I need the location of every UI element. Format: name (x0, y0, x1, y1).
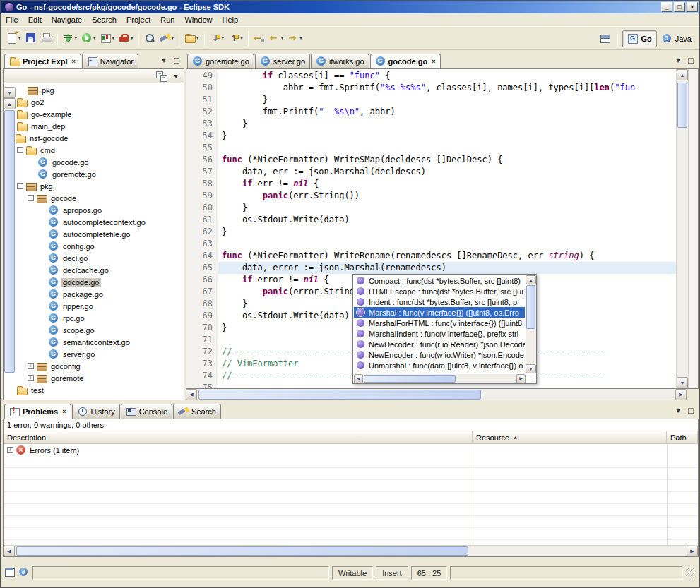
autocomplete-vertical-scrollbar[interactable]: ▲ ▼ (526, 275, 536, 373)
scroll-down-icon[interactable]: ▼ (4, 87, 16, 98)
line-number[interactable]: 74 (186, 370, 213, 382)
collapse-icon[interactable]: − (17, 147, 23, 153)
tree-item-scope-go[interactable]: scope.go (4, 324, 172, 336)
completion-item-marshalforhtml[interactable]: MarshalForHTML : func(v interface{}) ([]… (354, 318, 525, 328)
tree-item-pkg[interactable]: −pkg (4, 180, 172, 192)
completion-item-marshal[interactable]: Marshal : func(v interface{}) ([]uint8, … (354, 307, 525, 318)
menu-help[interactable]: Help (218, 13, 244, 26)
maximize-view-button[interactable]: □ (685, 406, 696, 416)
scroll-right-icon[interactable]: ▶ (687, 546, 698, 556)
scroll-left-icon[interactable]: ◀ (4, 546, 15, 556)
editor-tab-gocode-go[interactable]: gocode.go× (370, 54, 441, 68)
tree-item-nsf-gocode[interactable]: −nsf-gocode (4, 132, 172, 144)
close-button[interactable]: × (687, 2, 698, 12)
code-line-58[interactable]: if err != nil { (218, 178, 676, 190)
scroll-thumb[interactable] (16, 546, 468, 556)
expand-icon[interactable]: + (28, 363, 34, 369)
tree-item-cmd[interactable]: −cmd (4, 144, 172, 156)
collapse-all-button[interactable] (156, 71, 167, 82)
menu-window[interactable]: Window (179, 13, 217, 26)
scroll-thumb[interactable] (4, 110, 15, 373)
minimize-view-button[interactable]: ▾ (672, 56, 684, 66)
previous-annotation-button[interactable]: ▾ (226, 30, 245, 47)
scroll-up-icon[interactable]: ▲ (677, 69, 688, 80)
tree-item-semanticcontext-go[interactable]: semanticcontext.go (4, 336, 172, 348)
line-number[interactable]: 64 (186, 250, 213, 262)
tree-item-declcache-go[interactable]: declcache.go (4, 264, 172, 276)
code-line-51[interactable]: } (218, 94, 676, 106)
open-perspective-button[interactable] (598, 30, 613, 47)
tree-item-gocode-go[interactable]: gocode.go (4, 276, 172, 288)
code-line-65[interactable]: data, error := json.Marshal(renamedescs) (218, 262, 676, 274)
code-line-60[interactable]: } (218, 202, 676, 214)
minimize-button[interactable]: _ (661, 2, 672, 12)
line-number[interactable]: 55 (186, 142, 213, 154)
code-line-54[interactable]: } (218, 130, 676, 142)
new-wizard-button[interactable]: ▾ (4, 30, 23, 47)
line-number[interactable]: 51 (186, 94, 213, 106)
dropdown-arrow-icon[interactable]: ▾ (131, 35, 134, 41)
editor-tab-server-go[interactable]: server.go (255, 54, 310, 68)
overview-ruler[interactable] (688, 69, 698, 388)
line-number[interactable]: 63 (186, 238, 213, 250)
view-tab-search[interactable]: Search (173, 404, 221, 419)
autocomplete-horizontal-scrollbar[interactable]: ◀ ▶ (354, 374, 526, 383)
column-header-description[interactable]: Description (4, 431, 473, 443)
tree-item-ripper-go[interactable]: ripper.go (4, 300, 172, 312)
tree-item-server-go[interactable]: server.go (4, 348, 172, 360)
dropdown-arrow-icon[interactable]: ▾ (112, 35, 115, 41)
explorer-tab-project-expl[interactable]: Project Expl× (4, 54, 81, 68)
scroll-right-icon[interactable]: ▶ (675, 389, 687, 400)
perspective-go-button[interactable]: Go (622, 30, 656, 47)
line-number[interactable]: 57 (186, 166, 213, 178)
dropdown-arrow-icon[interactable]: ▾ (240, 35, 243, 41)
code-line-50[interactable]: abbr = fmt.Sprintf("%s %s%s", classes[i]… (218, 82, 676, 94)
scroll-up-icon[interactable]: ▲ (526, 275, 536, 284)
completion-item-unmarshal[interactable]: Unmarshal : func(data []uint8, v interfa… (354, 360, 525, 371)
editor-horizontal-scrollbar[interactable]: ◀ ▶ (186, 389, 687, 400)
view-tab-history[interactable]: History (72, 404, 119, 419)
code-line-52[interactable]: fmt.Printf(" %s\n", abbr) (218, 106, 676, 118)
line-number[interactable]: 72 (186, 346, 213, 358)
coverage-button[interactable]: ▾ (98, 30, 117, 47)
scroll-right-icon[interactable]: ▶ (516, 374, 526, 383)
perspective-java-button[interactable]: Java (657, 30, 696, 47)
menu-edit[interactable]: Edit (23, 13, 47, 26)
line-number[interactable]: 54 (186, 130, 213, 142)
last-edit-location-button[interactable] (251, 30, 267, 47)
tree-item-gocode-go[interactable]: gocode.go (4, 156, 172, 168)
column-header-resource[interactable]: Resource▲ (473, 431, 667, 443)
dropdown-arrow-icon[interactable]: ▾ (172, 35, 174, 41)
tree-item-gocode[interactable]: −gocode (4, 192, 172, 204)
scroll-thumb[interactable] (526, 285, 535, 329)
line-number[interactable]: 50 (186, 82, 213, 94)
dropdown-arrow-icon[interactable]: ▾ (281, 35, 284, 41)
tree-item-test[interactable]: test (4, 384, 172, 396)
completion-item-newdecoder[interactable]: NewDecoder : func(r io.Reader) *json.Dec… (354, 339, 525, 349)
code-line-61[interactable]: os.Stdout.Write(data) (218, 214, 676, 226)
close-tab-icon[interactable]: × (71, 58, 76, 65)
problems-horizontal-scrollbar[interactable]: ◀ ▶ (4, 545, 698, 556)
dropdown-arrow-icon[interactable]: ▾ (75, 35, 78, 41)
view-menu-button[interactable]: ▾ (170, 71, 182, 81)
external-tools-button[interactable]: ▾ (117, 30, 136, 47)
menu-run[interactable]: Run (155, 13, 179, 26)
scroll-left-icon[interactable]: ◀ (354, 374, 363, 383)
tree-item-autocompletefile-go[interactable]: autocompletefile.go (4, 228, 172, 240)
next-annotation-button[interactable]: ▾ (208, 30, 227, 47)
line-number[interactable]: 61 (186, 214, 213, 226)
tree-item-goconfig[interactable]: +goconfig (4, 360, 172, 372)
scroll-down-icon[interactable]: ▼ (677, 377, 688, 388)
line-number[interactable]: 73 (186, 358, 213, 370)
column-header-path[interactable]: Path (667, 431, 698, 443)
forward-button[interactable]: ▾ (285, 30, 304, 47)
code-line-64[interactable]: func (*NiceFormatter) WriteRename(rename… (218, 250, 676, 262)
collapse-icon[interactable]: − (28, 195, 34, 201)
code-line-59[interactable]: panic(err.String()) (218, 190, 676, 202)
line-number[interactable]: 60 (186, 202, 213, 214)
tree-item-rpc-go[interactable]: rpc.go (4, 312, 172, 324)
search-button[interactable]: ▾ (158, 30, 177, 47)
code-line-55[interactable] (218, 142, 676, 154)
line-number[interactable]: 52 (186, 106, 213, 118)
menu-project[interactable]: Project (121, 13, 155, 26)
